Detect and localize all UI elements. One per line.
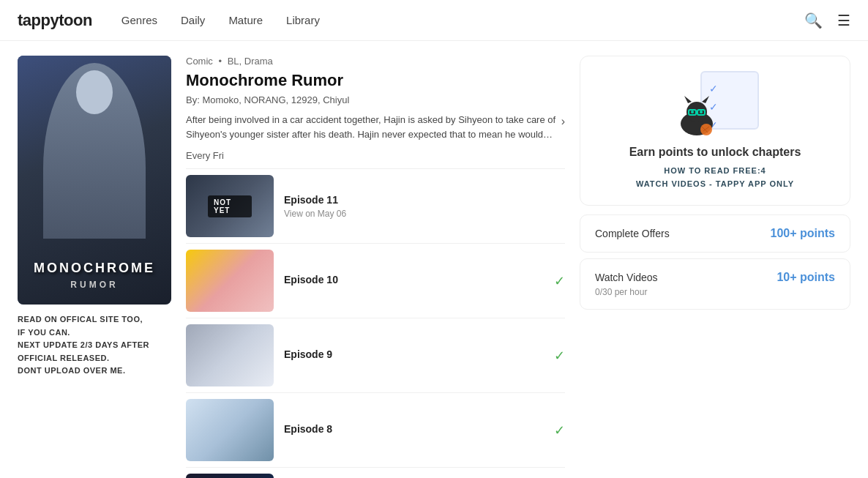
cover-section: MONOCHROME RUMOR READ ON OFFICAL SITE TO… — [18, 56, 171, 478]
cover-character — [43, 63, 146, 239]
comment-line-2: IF YOU CAN. — [18, 326, 171, 340]
header: tappytoon Genres Daily Mature Library 🔍 … — [0, 0, 868, 41]
comic-tag-bl[interactable]: BL — [228, 56, 239, 67]
earn-how-to: HOW TO READ FREE:4 WATCH VIDEOS - TAPPY … — [595, 165, 835, 190]
comic-tag-drama[interactable]: Drama — [244, 56, 273, 67]
comic-description: After being involved in a car accident t… — [186, 113, 565, 141]
comment-line-1: READ ON OFFICAL SITE TOO, — [18, 313, 171, 326]
main-content: MONOCHROME RUMOR READ ON OFFICAL SITE TO… — [0, 41, 868, 478]
episode-thumbnail — [186, 250, 274, 312]
watch-videos-label: Watch Videos — [595, 272, 658, 283]
table-row[interactable]: Episode 8 ✓ — [186, 393, 565, 468]
tag-separator: • — [218, 56, 222, 67]
read-checkmark-icon: ✓ — [554, 348, 565, 364]
read-checkmark-icon: ✓ — [554, 422, 565, 438]
episode-number: Episode 9 — [284, 348, 544, 360]
earn-line-2: WATCH VIDEOS - TAPPY APP ONLY — [595, 178, 835, 191]
svg-point-7 — [691, 111, 694, 113]
cover-figure — [18, 63, 171, 239]
table-row[interactable]: Episode 9 ✓ — [186, 318, 565, 393]
comic-tags: Comic • BL, Drama — [186, 56, 565, 67]
update-schedule: Every Fri — [186, 150, 565, 161]
nav-daily[interactable]: Daily — [181, 14, 205, 26]
search-icon[interactable]: 🔍 — [804, 12, 823, 29]
episode-number: Episode 8 — [284, 423, 544, 435]
read-checkmark-icon: ✓ — [554, 273, 565, 289]
comic-authors: By: Momoko, NORANG, 12929, Chiyul — [186, 94, 565, 105]
watch-videos-points: 10+ points — [777, 271, 835, 284]
earn-card: Earn points to unlock chapters HOW TO RE… — [580, 56, 850, 206]
episode-list: NOT YET Episode 11 View on May 06 Episod… — [186, 168, 565, 478]
comment-line-5: DONT UPLOAD OVER ME. — [18, 365, 171, 378]
comic-info-section: Comic • BL, Drama Monochrome Rumor By: M… — [186, 56, 565, 478]
comic-title: Monochrome Rumor — [186, 71, 565, 90]
comic-type[interactable]: Comic — [186, 56, 213, 67]
nav: Genres Daily Mature Library — [121, 14, 320, 26]
earn-line-1: HOW TO READ FREE:4 — [595, 165, 835, 178]
cat-graphic — [671, 93, 722, 137]
author-names: Momoko, NORANG, 12929, Chiyul — [202, 94, 349, 105]
watch-progress: 0/30 per hour — [595, 287, 835, 297]
header-actions: 🔍 ☰ — [804, 12, 850, 29]
episode-thumbnail: NOT YET — [186, 175, 274, 237]
by-label: By: — [186, 94, 200, 105]
episode-date: View on May 06 — [284, 209, 565, 219]
table-row[interactable]: Episode 10 ✓ — [186, 244, 565, 318]
description-text: After being involved in a car accident t… — [186, 113, 558, 141]
episode-number: Episode 10 — [284, 274, 544, 285]
episode-thumbnail — [186, 324, 274, 386]
tag-comma: , — [239, 56, 242, 67]
svg-marker-3 — [702, 96, 709, 103]
nav-mature[interactable]: Mature — [228, 14, 263, 26]
watch-top-row: Watch Videos 10+ points — [595, 271, 835, 284]
svg-point-8 — [700, 111, 703, 113]
episode-number: Episode 11 — [284, 194, 565, 206]
earn-panel: Earn points to unlock chapters HOW TO RE… — [580, 56, 850, 478]
cover-subtitle: RUMOR — [70, 280, 118, 290]
comment-line-4: OFFICIAL RELEASED. — [18, 352, 171, 365]
table-row[interactable]: Episode 7 ✓ — [186, 468, 565, 478]
earn-title: Earn points to unlock chapters — [595, 146, 835, 159]
uploader-comment: READ ON OFFICAL SITE TOO, IF YOU CAN. NE… — [18, 313, 171, 378]
nav-library[interactable]: Library — [286, 14, 320, 26]
earn-line-2-text: WATCH VIDEOS - TAPPY APP ONLY — [636, 179, 794, 188]
logo[interactable]: tappytoon — [18, 11, 92, 30]
cover-title: MONOCHROME — [34, 261, 155, 277]
complete-offers-label: Complete Offers — [595, 228, 670, 239]
episode-thumbnail — [186, 474, 274, 478]
episode-info: Episode 10 — [284, 274, 544, 288]
svg-marker-2 — [684, 96, 692, 103]
watch-videos-card[interactable]: Watch Videos 10+ points 0/30 per hour — [580, 258, 850, 310]
table-row[interactable]: NOT YET Episode 11 View on May 06 — [186, 169, 565, 244]
nav-genres[interactable]: Genres — [121, 14, 157, 26]
complete-offers-points: 100+ points — [771, 227, 835, 240]
episode-info: Episode 8 — [284, 423, 544, 438]
svg-point-9 — [700, 124, 712, 135]
episode-info: Episode 11 View on May 06 — [284, 194, 565, 219]
earn-illustration — [671, 71, 759, 137]
episode-thumbnail — [186, 399, 274, 461]
menu-icon[interactable]: ☰ — [837, 12, 850, 29]
comment-line-3: NEXT UPDATE 2/3 DAYS AFTER — [18, 339, 171, 352]
description-more-icon[interactable]: › — [561, 113, 565, 130]
complete-offers-card[interactable]: Complete Offers 100+ points — [580, 214, 850, 253]
episode-info: Episode 9 — [284, 348, 544, 363]
not-yet-badge: NOT YET — [208, 195, 252, 217]
cover-image[interactable]: MONOCHROME RUMOR — [18, 56, 171, 305]
